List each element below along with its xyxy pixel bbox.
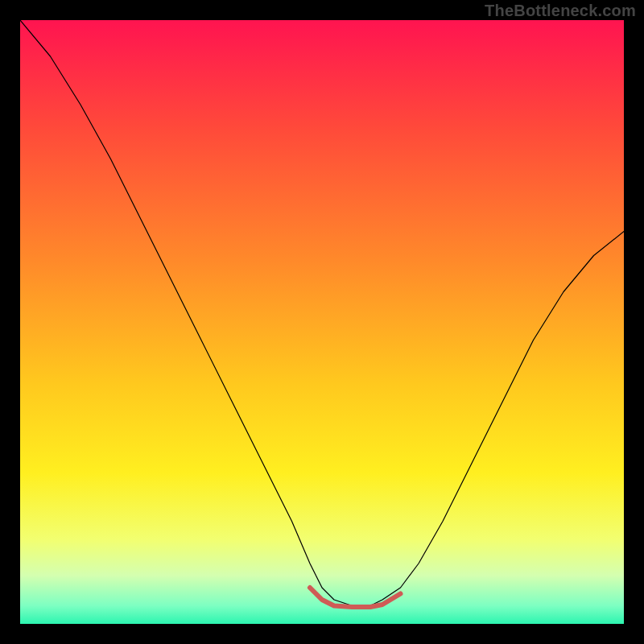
plot-area: [20, 20, 624, 624]
chart-frame: TheBottleneck.com: [0, 0, 644, 644]
bottleneck-plot: [20, 20, 624, 624]
gradient-background: [20, 20, 624, 624]
watermark-label: TheBottleneck.com: [485, 2, 636, 20]
